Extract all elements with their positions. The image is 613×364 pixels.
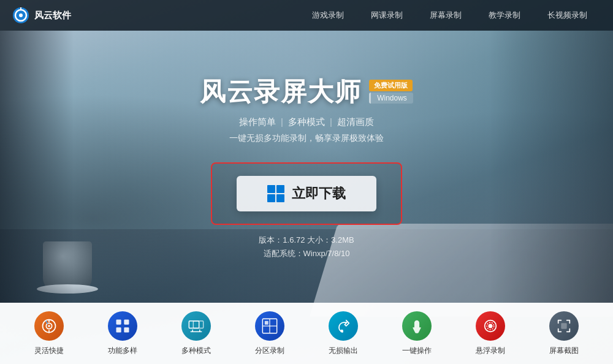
nav-game-record[interactable]: 游戏录制: [299, 0, 357, 31]
feature-label-quick: 灵活快捷: [34, 346, 64, 356]
features-bar: 灵活快捷功能多样多种模式分区录制无损输出一键操作悬浮录制屏幕截图: [0, 303, 613, 364]
feature-label-modes: 多种模式: [181, 346, 211, 356]
hero-section: 风云录屏大师 免费试用版 Windows 操作简单 多种模式 超清画质 一键无损…: [0, 31, 613, 303]
svg-point-2: [19, 13, 23, 17]
feature-item-multi[interactable]: 功能多样: [86, 311, 159, 356]
windows-logo-icon: [267, 185, 284, 202]
badge-free: 免费试用版: [369, 80, 413, 91]
nav-screen-record[interactable]: 屏幕录制: [416, 0, 475, 31]
subtitle-quality: 超清画质: [337, 116, 374, 128]
svg-rect-9: [116, 319, 121, 324]
svg-rect-12: [124, 327, 129, 332]
feature-item-lossless[interactable]: 无损输出: [306, 311, 380, 356]
navbar: 风云软件 游戏录制 网课录制 屏幕录制 教学录制 长视频录制: [0, 0, 613, 31]
feature-label-lossless: 无损输出: [329, 346, 358, 356]
hero-tagline: 一键无损多功能录制，畅享录屏极致体验: [229, 133, 384, 144]
feature-icon-screenshot: [549, 311, 579, 341]
badge-windows: Windows: [369, 93, 413, 104]
svg-point-22: [340, 329, 343, 332]
feature-icon-multi: [108, 311, 137, 341]
download-button-label: 立即下载: [292, 184, 346, 203]
svg-point-24: [489, 324, 493, 328]
feature-item-screenshot[interactable]: 屏幕截图: [527, 311, 601, 356]
feature-icon-float: [476, 311, 505, 341]
feature-icon-onekey: [402, 311, 432, 341]
subtitle-simple: 操作简单: [239, 116, 276, 128]
feature-icon-quick: [34, 311, 64, 341]
svg-rect-13: [189, 320, 199, 328]
nav-course-record[interactable]: 网课录制: [357, 0, 416, 31]
nav-teaching-record[interactable]: 教学录制: [475, 0, 534, 31]
feature-item-onekey[interactable]: 一键操作: [380, 311, 454, 356]
hero-title: 风云录屏大师: [200, 75, 362, 109]
feature-item-float[interactable]: 悬浮录制: [454, 311, 527, 356]
svg-rect-21: [265, 320, 268, 324]
feature-label-multi: 功能多样: [108, 346, 137, 356]
hero-subtitle: 操作简单 多种模式 超清画质: [239, 116, 374, 128]
svg-rect-26: [561, 323, 566, 328]
svg-point-6: [48, 325, 50, 327]
feature-icon-modes: [181, 311, 211, 341]
navbar-menu: 游戏录制 网课录制 屏幕录制 教学录制 长视频录制: [96, 0, 601, 31]
download-area: 立即下载: [211, 162, 402, 225]
download-button[interactable]: 立即下载: [237, 176, 376, 211]
logo-icon: [12, 7, 29, 24]
hero-compat: 适配系统：Winxp/7/8/10: [264, 248, 350, 259]
nav-long-video-record[interactable]: 长视频录制: [534, 0, 601, 31]
svg-rect-11: [116, 327, 121, 332]
feature-label-zone: 分区录制: [255, 346, 284, 356]
feature-item-modes[interactable]: 多种模式: [159, 311, 233, 356]
feature-item-quick[interactable]: 灵活快捷: [12, 311, 86, 356]
logo[interactable]: 风云软件: [12, 7, 71, 24]
feature-label-onekey: 一键操作: [402, 346, 432, 356]
hero-version: 版本：1.6.72 大小：3.2MB: [259, 235, 354, 246]
feature-icon-lossless: [329, 311, 358, 341]
hero-badges: 免费试用版 Windows: [369, 80, 413, 104]
subtitle-modes: 多种模式: [288, 116, 325, 128]
feature-label-screenshot: 屏幕截图: [549, 346, 579, 356]
feature-item-zone[interactable]: 分区录制: [233, 311, 306, 356]
feature-label-float: 悬浮录制: [476, 346, 505, 356]
svg-rect-14: [193, 320, 203, 328]
logo-text: 风云软件: [34, 10, 71, 21]
svg-rect-10: [124, 319, 129, 324]
hero-title-row: 风云录屏大师 免费试用版 Windows: [200, 75, 413, 109]
feature-icon-zone: [255, 311, 284, 341]
